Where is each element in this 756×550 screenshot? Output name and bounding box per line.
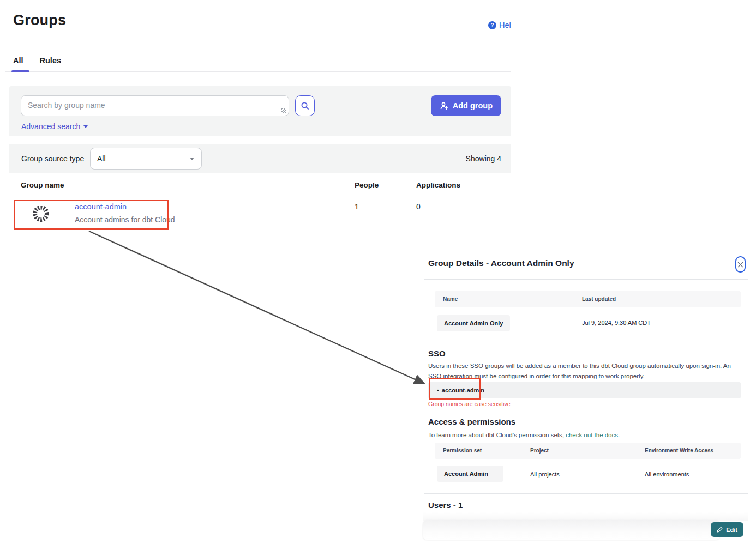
- permissions-table-header: Permission set Project Environment Write…: [435, 443, 741, 459]
- group-description: Account admins for dbt Cloud: [75, 215, 175, 224]
- column-header-group-name: Group name: [21, 181, 64, 189]
- permissions-table-row: Account Admin All projects All environme…: [435, 459, 741, 492]
- group-name-link[interactable]: account-admin: [75, 202, 127, 211]
- tab-divider: [5, 71, 511, 72]
- search-button[interactable]: [295, 95, 315, 116]
- group-gear-icon: [31, 204, 51, 226]
- advanced-search-link[interactable]: Advanced search: [21, 122, 88, 131]
- dbt-group-details-panel: Group Details - Account Admin Only Name …: [424, 252, 748, 546]
- caret-down-icon: [190, 158, 194, 160]
- group-source-type-select[interactable]: All: [90, 148, 202, 170]
- search-icon: [301, 101, 309, 110]
- close-button[interactable]: [735, 256, 746, 273]
- group-applications-count: 0: [416, 202, 421, 211]
- pencil-icon: [717, 527, 723, 533]
- case-sensitive-warning: Group names are case sensitive: [428, 401, 511, 407]
- column-header-permission-set: Permission set: [443, 448, 482, 454]
- sso-description: Users in these SSO groups will be added …: [428, 361, 742, 382]
- divider: [424, 342, 748, 342]
- divider: [424, 493, 748, 494]
- permission-set-chip: Account Admin: [437, 466, 503, 482]
- column-header-people: People: [355, 181, 379, 189]
- column-header-project: Project: [530, 448, 549, 454]
- column-header-environment-write-access: Environment Write Access: [645, 448, 713, 454]
- name-table: Name Last updated Account Admin Only Jul…: [435, 291, 741, 339]
- page-title: Groups: [13, 12, 66, 29]
- search-input[interactable]: [21, 95, 289, 116]
- tab-rules[interactable]: Rules: [40, 56, 62, 72]
- page-canvas: Groups ? Help All Rules Add grou: [0, 0, 756, 550]
- active-tab-indicator: [11, 70, 29, 72]
- add-group-button[interactable]: Add group: [431, 95, 501, 116]
- footer-bar: [423, 520, 720, 540]
- advanced-search-label: Advanced search: [21, 122, 80, 131]
- caret-down-icon: [83, 125, 88, 128]
- group-people-count: 1: [355, 202, 359, 211]
- close-icon: [737, 262, 743, 268]
- filter-panel: Group source type All Showing 4: [9, 144, 511, 173]
- person-add-icon: [440, 101, 448, 110]
- column-header-name: Name: [443, 296, 458, 302]
- help-label: Help: [499, 21, 511, 29]
- group-source-type-value: All: [97, 154, 106, 163]
- help-icon: ?: [488, 21, 496, 29]
- environment-value: All environments: [645, 471, 689, 478]
- column-header-applications: Applications: [416, 181, 460, 189]
- add-group-label: Add group: [453, 101, 493, 110]
- project-value: All projects: [530, 471, 560, 478]
- access-permissions-heading: Access & permissions: [428, 417, 515, 426]
- group-name-chip: Account Admin Only: [437, 315, 510, 331]
- name-table-row: Account Admin Only Jul 9, 2024, 9:30 AM …: [435, 307, 741, 339]
- groups-table-header: Group name People Applications: [9, 177, 511, 195]
- group-details-title: Group Details - Account Admin Only: [428, 258, 574, 268]
- help-link[interactable]: ? Help: [488, 21, 511, 29]
- access-description: To learn more about dbt Cloud's permissi…: [428, 430, 742, 440]
- group-source-type-label: Group source type: [21, 154, 84, 163]
- search-panel: Add group Advanced search: [9, 86, 511, 136]
- sso-group-row: • account-admin: [428, 382, 741, 398]
- last-updated-value: Jul 9, 2024, 9:30 AM CDT: [582, 319, 651, 326]
- sso-group-bullet: •: [437, 387, 439, 394]
- sso-group-name: account-admin: [442, 387, 484, 394]
- name-table-header: Name Last updated: [435, 291, 741, 307]
- okta-groups-screen: Groups ? Help All Rules Add grou: [0, 0, 511, 248]
- permissions-table: Permission set Project Environment Write…: [435, 443, 741, 492]
- column-header-last-updated: Last updated: [582, 296, 616, 302]
- table-row[interactable]: account-admin Account admins for dbt Clo…: [9, 195, 511, 231]
- edit-label: Edit: [726, 527, 737, 533]
- access-description-text: To learn more about dbt Cloud's permissi…: [428, 432, 566, 438]
- edit-button[interactable]: Edit: [711, 522, 743, 537]
- sso-heading: SSO: [428, 349, 446, 358]
- docs-link[interactable]: check out the docs.: [566, 432, 620, 438]
- divider: [424, 279, 748, 280]
- showing-count: Showing 4: [466, 154, 501, 163]
- users-heading: Users - 1: [428, 500, 463, 510]
